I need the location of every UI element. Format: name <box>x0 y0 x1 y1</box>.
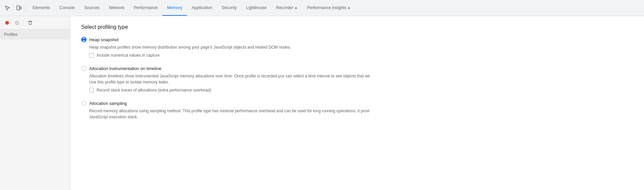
tab-elements[interactable]: Elements <box>28 0 55 16</box>
toolbar-divider <box>23 20 24 26</box>
tab-console[interactable]: Console <box>55 0 79 16</box>
tab-performance[interactable]: Performance <box>129 0 163 16</box>
inspect-icon[interactable] <box>3 3 12 13</box>
tab-recorder[interactable]: Recorder ▲ <box>271 0 302 16</box>
heap-snapshot-checkbox-label[interactable]: Include numerical values in capture <box>97 53 160 58</box>
heap-snapshot-checkbox[interactable] <box>89 53 94 58</box>
sidebar: Profiles <box>0 16 70 190</box>
content-area: Select profiling type Heap snapshot Heap… <box>70 16 644 190</box>
device-mode-icon[interactable] <box>14 3 23 13</box>
tab-memory[interactable]: Memory <box>162 0 187 16</box>
allocation-sampling-header: Allocation sampling <box>81 101 633 106</box>
allocation-sampling-radio[interactable] <box>81 101 87 106</box>
record-button[interactable] <box>3 18 11 27</box>
allocation-sampling-option: Allocation sampling Record memory alloca… <box>81 101 633 120</box>
allocation-timeline-checkbox-label[interactable]: Record stack traces of allocations (extr… <box>97 88 211 92</box>
clear-button[interactable] <box>26 18 35 27</box>
heap-snapshot-header: Heap snapshot <box>81 37 633 42</box>
stop-button[interactable] <box>13 18 21 27</box>
tab-performance-insights[interactable]: Performance insights ▲ <box>302 0 355 16</box>
tab-bar: Elements Console Sources Network Perform… <box>0 0 644 16</box>
performance-insights-beta-icon: ▲ <box>347 6 351 9</box>
tab-sources[interactable]: Sources <box>79 0 104 16</box>
svg-rect-0 <box>17 6 19 10</box>
section-title: Select profiling type <box>81 24 633 30</box>
tab-lighthouse[interactable]: Lighthouse <box>241 0 271 16</box>
devtools-icons <box>3 3 26 13</box>
allocation-sampling-desc: Record memory allocations using sampling… <box>89 108 633 120</box>
allocation-timeline-checkbox-row: Record stack traces of allocations (extr… <box>89 88 633 92</box>
allocation-timeline-label[interactable]: Allocation instrumentation on timeline <box>89 66 161 71</box>
allocation-timeline-option: Allocation instrumentation on timeline A… <box>81 66 633 92</box>
sidebar-toolbar <box>0 16 70 29</box>
tab-network[interactable]: Network <box>104 0 129 16</box>
allocation-timeline-header: Allocation instrumentation on timeline <box>81 66 633 71</box>
recorder-beta-icon: ▲ <box>294 6 298 9</box>
allocation-sampling-label[interactable]: Allocation sampling <box>89 101 127 106</box>
allocation-timeline-radio[interactable] <box>81 66 87 71</box>
profiles-label: Profiles <box>0 29 70 40</box>
svg-point-2 <box>5 21 9 24</box>
heap-snapshot-label[interactable]: Heap snapshot <box>89 37 118 42</box>
heap-snapshot-option: Heap snapshot Heap snapshot profiles sho… <box>81 37 633 58</box>
heap-snapshot-checkbox-row: Include numerical values in capture <box>89 53 633 58</box>
allocation-timeline-checkbox[interactable] <box>89 88 94 92</box>
svg-rect-1 <box>20 7 21 9</box>
tab-security[interactable]: Security <box>217 0 241 16</box>
tab-application[interactable]: Application <box>187 0 217 16</box>
main-area: Profiles Select profiling type Heap snap… <box>0 16 644 190</box>
heap-snapshot-radio[interactable] <box>81 37 87 42</box>
heap-snapshot-desc: Heap snapshot profiles show memory distr… <box>89 44 633 50</box>
allocation-timeline-desc: Allocation timelines show instrumented J… <box>89 73 633 85</box>
